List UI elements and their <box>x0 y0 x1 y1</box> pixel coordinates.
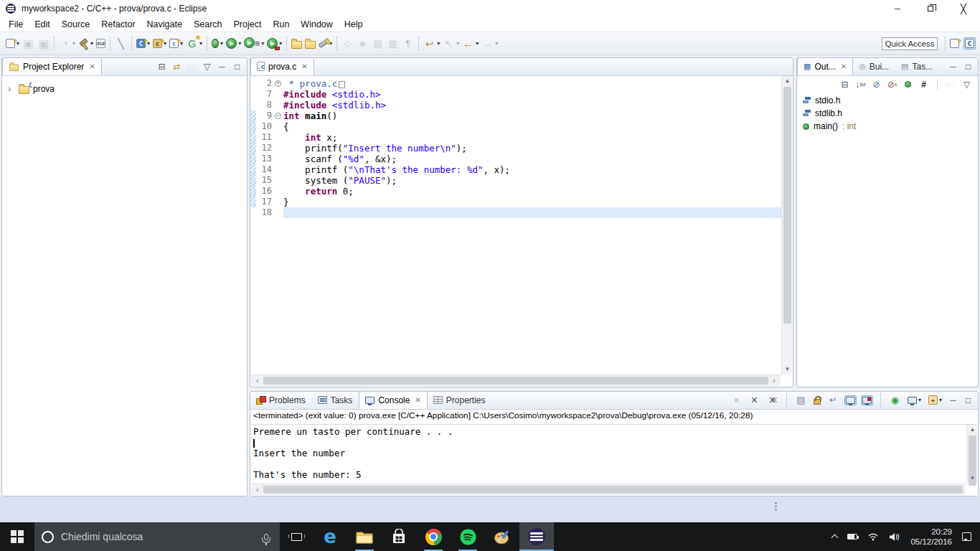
focus-on-task-icon[interactable]: ◌◌ <box>946 79 956 90</box>
hide-macros-icon[interactable]: # <box>918 79 929 90</box>
focus-on-task-icon[interactable]: ◌◌ <box>187 61 197 72</box>
open-console-button[interactable]: +▾ <box>927 394 943 406</box>
close-view-icon[interactable]: ✕ <box>415 396 420 404</box>
microphone-icon[interactable] <box>264 534 268 540</box>
minimize-window-button[interactable]: ─ <box>881 0 914 17</box>
search-flashlight-button[interactable]: ▾ <box>317 39 334 48</box>
scroll-left-arrow[interactable]: ‹ <box>253 484 263 496</box>
collapse-all-icon[interactable]: ⊟ <box>839 79 850 90</box>
outline-item-main-[interactable]: main() : int <box>800 120 975 133</box>
taskbar-app-paint[interactable] <box>485 522 519 551</box>
show-stderr-button[interactable] <box>861 395 873 405</box>
code-line-10[interactable]: 10{ <box>250 121 781 132</box>
console-horizontal-scrollbar[interactable]: ‹ <box>251 484 966 495</box>
cpp-perspective-button[interactable]: C <box>963 37 976 50</box>
next-annotation-button[interactable]: ▤ <box>370 36 385 51</box>
sort-icon[interactable]: ↓az <box>855 79 866 90</box>
scrollbar-thumb[interactable] <box>783 87 791 324</box>
scroll-up-arrow[interactable]: ▲ <box>967 425 978 435</box>
tab-tas[interactable]: ▤Tas... <box>895 57 939 75</box>
fold-collapse-icon[interactable]: − <box>275 113 281 119</box>
import-resource-button[interactable] <box>290 37 303 50</box>
start-button[interactable] <box>0 522 34 551</box>
code-line-16[interactable]: 16 return 0; <box>250 186 781 197</box>
block-selection-button[interactable]: ▥ <box>385 36 400 51</box>
hide-fields-icon[interactable]: ⊘ <box>871 79 882 90</box>
hide-non-public-icon[interactable] <box>905 81 911 88</box>
maximize-view-icon[interactable]: □ <box>963 395 974 405</box>
close-view-icon[interactable]: ✕ <box>89 62 95 70</box>
save-button[interactable]: ▣ <box>21 36 36 51</box>
outline-item-stdio-h[interactable]: stdio.h <box>800 94 975 107</box>
close-editor-icon[interactable]: ✕ <box>301 62 307 70</box>
show-stdout-button[interactable] <box>844 395 857 405</box>
code-line-15[interactable]: 15 system ("PAUSE"); <box>250 175 781 186</box>
menu-file[interactable]: File <box>3 18 29 31</box>
pin-console-button[interactable]: ◉ <box>888 393 902 407</box>
new-make-target-button[interactable]: G★▾ <box>184 36 204 51</box>
code-line-8[interactable]: 8#include <stdlib.h> <box>250 100 781 110</box>
tab-properties[interactable]: Properties <box>428 391 492 409</box>
code-line-13[interactable]: 13 scanf ("%d", &x); <box>250 154 781 164</box>
task-view-button[interactable] <box>280 522 313 551</box>
new-class-button[interactable]: C★▾ <box>135 37 151 50</box>
fold-expand-icon[interactable]: + <box>275 80 281 87</box>
tab-bui[interactable]: ◎Bui... <box>853 57 895 75</box>
code-line-18[interactable]: 18 <box>250 207 781 218</box>
minimize-view-icon[interactable]: ─ <box>217 61 227 72</box>
tab-tasks[interactable]: Tasks <box>312 391 359 409</box>
scroll-lock-button[interactable] <box>812 394 822 406</box>
run-history-button[interactable]: ▶≡▾ <box>242 36 265 51</box>
minimize-view-icon[interactable]: ─ <box>948 61 958 72</box>
view-menu-icon[interactable]: ▽ <box>202 61 212 72</box>
word-wrap-button[interactable]: ↵ <box>826 393 840 407</box>
open-perspective-button[interactable]: ★ <box>948 37 961 50</box>
scrollbar-thumb[interactable] <box>263 486 963 494</box>
remove-launch-button[interactable]: × <box>748 393 761 407</box>
menu-search[interactable]: Search <box>188 18 228 31</box>
show-whitespace-button[interactable]: ¶ <box>400 36 415 51</box>
scroll-left-arrow[interactable]: ‹ <box>253 375 263 387</box>
build-all-button[interactable]: ▾ <box>77 37 95 50</box>
last-edit-location-button[interactable]: ↩▾ <box>422 36 441 51</box>
back-button[interactable]: ←▾ <box>461 36 480 51</box>
menu-window[interactable]: Window <box>295 18 338 31</box>
close-window-button[interactable]: ╳ <box>947 0 980 17</box>
view-menu-icon[interactable]: ▽ <box>961 79 972 90</box>
taskbar-app-edge[interactable]: e <box>313 522 347 551</box>
hide-static-members-icon[interactable]: ⊘s <box>887 79 897 90</box>
remove-all-launches-button[interactable]: × <box>765 393 779 407</box>
scroll-right-arrow[interactable]: › <box>769 375 779 387</box>
code-line-14[interactable]: 14 printf ("\nThat's the number: %d", x)… <box>250 164 781 175</box>
run-button[interactable]: ▶▾ <box>225 37 242 50</box>
maximize-view-icon[interactable]: □ <box>232 61 242 72</box>
code-line-7[interactable]: 7#include <stdio.h> <box>250 89 781 100</box>
binary-console-button[interactable]: 010 <box>95 37 107 50</box>
menu-refactor[interactable]: Refactor <box>95 18 141 31</box>
code-line-9[interactable]: 9−int main() <box>250 110 781 121</box>
taskbar-app-store[interactable] <box>382 522 416 551</box>
menu-help[interactable]: Help <box>339 18 369 31</box>
open-resource-button[interactable] <box>303 37 317 50</box>
tab-project-explorer[interactable]: Project Explorer ✕ <box>2 57 102 75</box>
code-line-17[interactable]: 17} <box>250 197 781 207</box>
quick-access-box[interactable]: Quick Access <box>882 37 938 50</box>
tab-problems[interactable]: Problems <box>250 391 312 409</box>
restore-window-button[interactable] <box>914 0 947 17</box>
taskbar-app-chrome[interactable] <box>416 522 451 551</box>
save-all-button[interactable]: ▣ <box>36 36 51 51</box>
menu-run[interactable]: Run <box>267 18 295 31</box>
wifi-icon[interactable] <box>867 532 879 541</box>
toggle-mark-occurrences-button[interactable]: ╲ <box>113 36 128 51</box>
editor-horizontal-scrollbar[interactable]: ‹ › <box>251 375 781 386</box>
new-source-folder-button[interactable]: c★▾ <box>151 37 168 50</box>
code-line-11[interactable]: 11 int x; <box>250 132 781 143</box>
code-line-12[interactable]: 12 printf("Insert the number\n"); <box>250 143 781 154</box>
new-source-file-button[interactable]: c★▾ <box>168 37 184 50</box>
tab-console[interactable]: Console✕ <box>359 391 427 409</box>
edit-pen-button[interactable]: ◇ <box>340 36 355 51</box>
tab-out[interactable]: ▦Out...✕ <box>797 57 853 75</box>
scroll-down-arrow[interactable]: ▼ <box>967 474 978 484</box>
spray-button[interactable]: ∗ <box>355 36 370 51</box>
terminate-button[interactable]: ■ <box>730 393 743 407</box>
